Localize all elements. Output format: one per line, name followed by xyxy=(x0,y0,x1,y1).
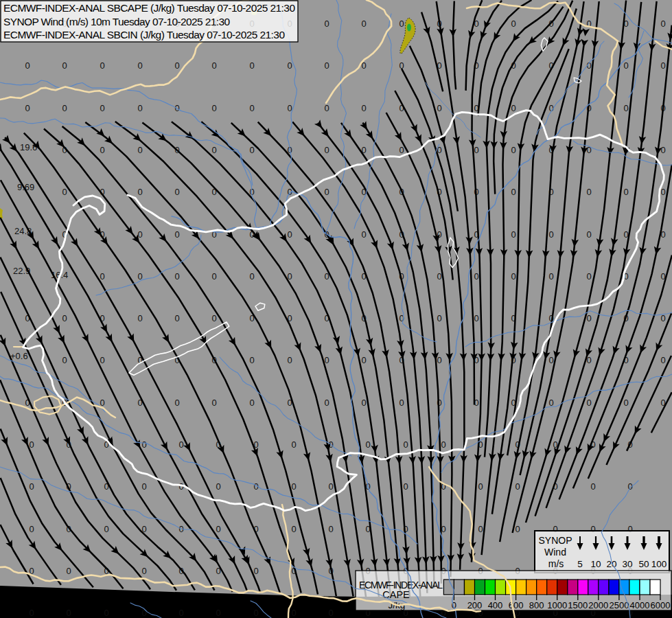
svg-text:SYNOP Wind (m/s) 10m Tuesday 0: SYNOP Wind (m/s) 10m Tuesday 07-10-2025 … xyxy=(3,16,230,27)
svg-text:0: 0 xyxy=(178,439,183,450)
svg-text:0: 0 xyxy=(174,398,179,408)
svg-text:0: 0 xyxy=(441,439,445,450)
svg-text:0: 0 xyxy=(211,398,216,408)
svg-text:0: 0 xyxy=(515,524,520,534)
svg-text:0: 0 xyxy=(511,103,515,113)
svg-text:0: 0 xyxy=(141,566,146,576)
svg-text:0: 0 xyxy=(29,481,34,492)
svg-text:0: 0 xyxy=(548,355,553,365)
svg-text:0: 0 xyxy=(249,398,254,408)
svg-text:0: 0 xyxy=(586,398,591,408)
svg-text:0: 0 xyxy=(399,145,404,155)
svg-text:0: 0 xyxy=(474,271,478,282)
svg-text:0: 0 xyxy=(403,439,408,450)
svg-text:0: 0 xyxy=(100,103,104,113)
svg-text:0: 0 xyxy=(328,524,333,534)
svg-text:1000: 1000 xyxy=(547,600,567,610)
svg-text:0: 0 xyxy=(62,103,67,113)
svg-text:0: 0 xyxy=(29,608,34,618)
svg-text:0: 0 xyxy=(66,608,71,618)
svg-text:0: 0 xyxy=(216,524,220,534)
svg-text:0: 0 xyxy=(361,355,366,365)
svg-text:0: 0 xyxy=(437,271,441,282)
svg-text:0: 0 xyxy=(291,439,296,450)
svg-text:0: 0 xyxy=(437,313,441,323)
svg-text:0: 0 xyxy=(511,229,515,240)
svg-text:0: 0 xyxy=(586,229,591,240)
svg-text:0: 0 xyxy=(249,145,254,155)
svg-text:0: 0 xyxy=(403,481,408,492)
svg-text:0: 0 xyxy=(287,355,292,365)
svg-text:0: 0 xyxy=(437,103,441,113)
svg-text:0: 0 xyxy=(361,19,366,29)
svg-text:0: 0 xyxy=(515,481,520,492)
svg-text:0: 0 xyxy=(287,229,292,240)
svg-text:0: 0 xyxy=(137,60,142,71)
svg-text:0: 0 xyxy=(253,566,258,576)
svg-text:0: 0 xyxy=(437,355,441,365)
svg-text:0: 0 xyxy=(361,103,366,113)
svg-text:ECMWF-INDEX-ANAL SBCAPE (J/kg): ECMWF-INDEX-ANAL SBCAPE (J/kg) Tuesday 0… xyxy=(3,2,295,14)
svg-text:0: 0 xyxy=(137,103,142,113)
svg-text:0: 0 xyxy=(291,608,296,618)
svg-text:0: 0 xyxy=(29,524,34,534)
svg-text:+0.6: +0.6 xyxy=(10,351,28,361)
svg-text:1500: 1500 xyxy=(568,600,588,610)
svg-text:0: 0 xyxy=(62,313,67,323)
svg-text:0: 0 xyxy=(660,19,665,29)
svg-text:0: 0 xyxy=(100,145,104,155)
svg-text:0: 0 xyxy=(474,313,478,323)
svg-text:0: 0 xyxy=(249,60,254,71)
svg-text:2000: 2000 xyxy=(588,600,608,610)
svg-text:0: 0 xyxy=(511,145,515,155)
svg-text:0: 0 xyxy=(174,229,179,240)
svg-text:0: 0 xyxy=(586,187,591,197)
svg-text:0: 0 xyxy=(253,608,258,618)
svg-text:0: 0 xyxy=(478,481,483,492)
svg-text:0: 0 xyxy=(249,355,254,365)
svg-text:0: 0 xyxy=(365,439,370,450)
svg-text:0: 0 xyxy=(586,271,591,282)
svg-text:0: 0 xyxy=(211,103,216,113)
svg-text:0: 0 xyxy=(623,187,628,197)
svg-text:0: 0 xyxy=(174,60,179,71)
svg-text:0: 0 xyxy=(324,19,329,29)
svg-text:0: 0 xyxy=(324,60,329,71)
svg-text:0: 0 xyxy=(660,60,665,71)
svg-text:50: 50 xyxy=(638,559,649,569)
svg-text:0: 0 xyxy=(141,439,146,450)
svg-text:0: 0 xyxy=(324,103,329,113)
svg-text:0: 0 xyxy=(548,229,553,240)
svg-text:0: 0 xyxy=(623,103,628,113)
svg-text:0: 0 xyxy=(660,187,665,197)
svg-text:0: 0 xyxy=(586,313,591,323)
svg-text:0: 0 xyxy=(62,60,67,71)
svg-text:0: 0 xyxy=(141,481,146,492)
svg-text:0: 0 xyxy=(66,566,71,576)
svg-text:CAPE: CAPE xyxy=(382,589,410,600)
svg-text:0: 0 xyxy=(174,313,179,323)
svg-text:0: 0 xyxy=(399,19,404,29)
svg-text:0: 0 xyxy=(291,524,296,534)
svg-text:0: 0 xyxy=(660,355,665,365)
svg-text:0: 0 xyxy=(62,355,67,365)
svg-text:0: 0 xyxy=(478,524,483,534)
svg-text:100: 100 xyxy=(651,559,667,569)
svg-text:5: 5 xyxy=(577,559,583,569)
svg-text:0: 0 xyxy=(211,271,216,282)
svg-text:400: 400 xyxy=(488,600,503,610)
svg-text:800: 800 xyxy=(529,600,544,610)
svg-text:0: 0 xyxy=(660,145,665,155)
svg-text:0: 0 xyxy=(104,524,108,534)
svg-text:0: 0 xyxy=(178,608,183,618)
svg-text:0: 0 xyxy=(25,60,30,71)
svg-text:0: 0 xyxy=(249,271,254,282)
svg-text:0: 0 xyxy=(211,60,216,71)
svg-text:30: 30 xyxy=(622,559,632,569)
svg-text:0: 0 xyxy=(62,187,67,197)
svg-text:0: 0 xyxy=(511,271,515,282)
svg-text:0: 0 xyxy=(216,481,220,492)
svg-text:0: 0 xyxy=(361,229,366,240)
svg-text:0: 0 xyxy=(216,608,220,618)
svg-text:0: 0 xyxy=(29,439,34,450)
